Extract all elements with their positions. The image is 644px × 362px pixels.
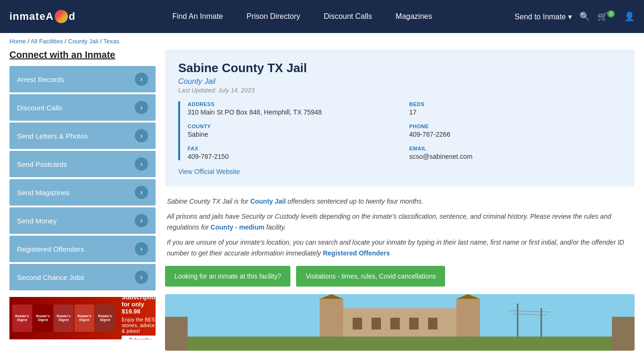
sidebar-item-label: Second Chance Jobs [17, 273, 84, 281]
action-buttons: Looking for an inmate at this facility? … [165, 266, 635, 287]
ad-book-1: Reader'sDigest [12, 304, 32, 332]
official-website-link[interactable]: View Official Website [178, 168, 240, 175]
svg-rect-11 [428, 318, 438, 329]
breadcrumb-state[interactable]: Texas [103, 38, 119, 45]
ad-book-4: Reader'sDigest [74, 304, 94, 332]
user-icon[interactable]: 👤 [624, 11, 635, 22]
sidebar-title: Connect with an Inmate [9, 49, 156, 60]
nav-prison-directory[interactable]: Prison Directory [237, 8, 310, 25]
facility-card: Sabine County TX Jail County Jail Last U… [165, 49, 635, 187]
breadcrumb: Home / All Facilities / County Jail / Te… [0, 33, 644, 49]
sidebar-item-discount-calls[interactable]: Discount Calls › [9, 94, 156, 121]
info-phone: PHONE 409-787-2266 [409, 123, 621, 138]
main-container: Connect with an Inmate Arrest Records › … [0, 49, 644, 360]
info-email: EMAIL scso@sabinenet.com [409, 146, 621, 160]
ad-line2: Enjoy the BEST stories, advice & jokes! [122, 317, 156, 334]
address-value: 310 Main St PO Box 848, Hemphill, TX 759… [188, 108, 400, 116]
sidebar-item-send-money[interactable]: Send Money › [9, 207, 156, 234]
desc-paragraph-2: All prisons and jails have Security or C… [167, 211, 633, 232]
sidebar-item-label: Discount Calls [17, 104, 62, 112]
breadcrumb-all-facilities[interactable]: All Facilities [31, 38, 63, 45]
ad-banner: Reader'sDigest Reader'sDigest Reader'sDi… [9, 297, 156, 339]
find-inmate-button[interactable]: Looking for an inmate at this facility? [165, 266, 290, 287]
breadcrumb-county-jail[interactable]: County Jail [68, 38, 98, 45]
sidebar-item-second-chance-jobs[interactable]: Second Chance Jobs › [9, 264, 156, 290]
send-to-inmate-button[interactable]: Send to Inmate ▾ [515, 12, 572, 21]
facility-type: County Jail [178, 77, 621, 86]
email-label: EMAIL [409, 146, 621, 151]
info-beds: BEDS 17 [409, 101, 621, 116]
ad-text: 1 Year Subscription for only $19.98 Enjo… [118, 297, 156, 339]
county-jail-link[interactable]: County Jail [250, 197, 286, 205]
nav-discount-calls[interactable]: Discount Calls [314, 8, 381, 25]
logo-text: inmateA [9, 10, 54, 23]
sidebar-item-label: Send Letters & Photos [17, 132, 88, 140]
sidebar-menu: Arrest Records › Discount Calls › Send L… [9, 66, 156, 290]
facility-updated: Last Updated: July 14, 2023 [178, 87, 621, 94]
visitations-button[interactable]: Visitations - times, rules, Covid cancel… [296, 266, 445, 287]
address-label: ADDRESS [188, 101, 400, 107]
sidebar-item-registered-offenders[interactable]: Registered Offenders › [9, 236, 156, 262]
description-section: Sabine County TX Jail is for County Jail… [165, 196, 635, 258]
sidebar-item-send-postcards[interactable]: Send Postcards › [9, 151, 156, 177]
county-medium-link[interactable]: County - medium [211, 223, 264, 231]
fax-label: FAX [188, 146, 400, 151]
sidebar-item-arrest-records[interactable]: Arrest Records › [9, 66, 156, 92]
logo[interactable]: inmateA d [9, 10, 75, 23]
ad-line1: 1 Year Subscription for only $19.98 [122, 297, 156, 315]
county-value: Sabine [188, 131, 400, 138]
arrow-icon: › [135, 129, 148, 142]
arrow-icon: › [135, 101, 148, 114]
svg-rect-4 [456, 299, 480, 337]
facility-image [165, 294, 635, 351]
sidebar-item-send-magazines[interactable]: Send Magazines › [9, 179, 156, 206]
info-county: COUNTY Sabine [188, 123, 400, 138]
arrow-icon: › [135, 214, 148, 227]
email-value: scso@sabinenet.com [409, 153, 621, 160]
search-icon[interactable]: 🔍 [579, 11, 590, 22]
navbar-actions: Send to Inmate ▾ 🔍 🛒 0 👤 [515, 11, 635, 22]
svg-rect-7 [353, 318, 362, 329]
sidebar-item-send-letters[interactable]: Send Letters & Photos › [9, 123, 156, 149]
ad-subscribe-button[interactable]: Subscribe Now [122, 336, 156, 339]
content-panel: Sabine County TX Jail County Jail Last U… [165, 49, 635, 351]
facility-building-svg [165, 294, 635, 351]
sidebar-item-label: Send Magazines [17, 189, 70, 197]
beds-value: 17 [409, 108, 621, 116]
sidebar-item-label: Send Money [17, 217, 57, 225]
ad-book-2: Reader'sDigest [33, 304, 53, 332]
sidebar-item-label: Registered Offenders [17, 245, 84, 253]
navbar: inmateA d Find An Inmate Prison Director… [0, 0, 644, 33]
ad-book-3: Reader'sDigest [54, 304, 74, 332]
sidebar-item-label: Arrest Records [17, 75, 64, 83]
cart-container: 🛒 0 [597, 11, 617, 22]
phone-value: 409-787-2266 [409, 131, 621, 138]
desc-paragraph-3: If you are unsure of your inmate's locat… [167, 237, 633, 258]
facility-name: Sabine County TX Jail [178, 61, 621, 75]
arrow-icon: › [135, 242, 148, 255]
sidebar-item-label: Send Postcards [17, 160, 67, 168]
svg-rect-9 [390, 318, 400, 329]
main-nav: Find An Inmate Prison Directory Discount… [90, 8, 514, 25]
arrow-icon: › [135, 186, 148, 199]
cart-badge: 0 [607, 10, 615, 17]
breadcrumb-home[interactable]: Home [9, 38, 26, 45]
logo-text2: d [69, 10, 75, 23]
nav-find-inmate[interactable]: Find An Inmate [163, 8, 232, 25]
registered-offenders-link[interactable]: Registered Offenders [323, 249, 390, 257]
fax-value: 409-787-2150 [188, 153, 400, 160]
ad-books: Reader'sDigest Reader'sDigest Reader'sDi… [9, 302, 118, 335]
arrow-icon: › [135, 271, 148, 284]
sidebar: Connect with an Inmate Arrest Records › … [9, 49, 156, 351]
svg-rect-1 [188, 337, 612, 351]
nav-magazines[interactable]: Magazines [386, 8, 441, 25]
phone-label: PHONE [409, 123, 621, 129]
svg-rect-10 [409, 318, 419, 329]
svg-rect-8 [372, 318, 381, 329]
svg-rect-3 [320, 299, 343, 337]
ad-book-5: Reader'sDigest [95, 304, 115, 332]
arrow-icon: › [135, 157, 148, 171]
cart-icon[interactable]: 🛒 [597, 12, 608, 21]
info-address: ADDRESS 310 Main St PO Box 848, Hemphill… [188, 101, 400, 116]
desc-paragraph-1: Sabine County TX Jail is for County Jail… [167, 196, 633, 206]
